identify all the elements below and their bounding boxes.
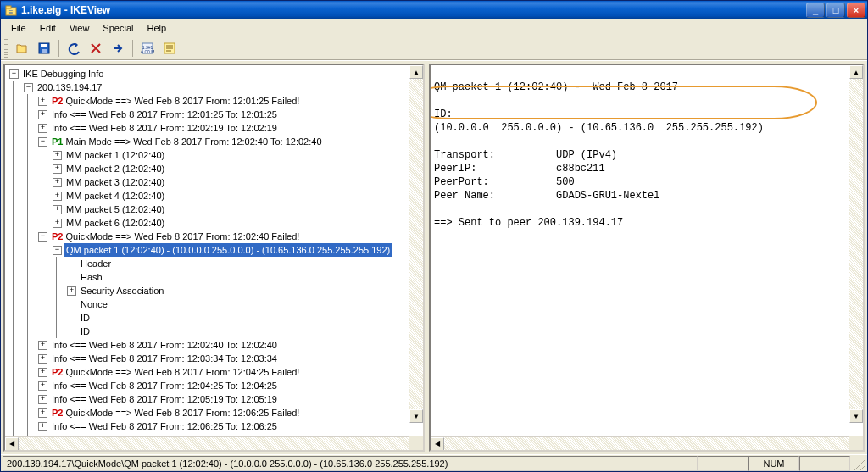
tree-node[interactable]: MM packet 3 (12:02:40) xyxy=(7,175,409,189)
detail-id-line: (10.0.0.0 255.0.0.0) - (10.65.136.0 255.… xyxy=(434,122,764,134)
detail-peerip-v: c88bc211 xyxy=(556,163,605,175)
splitter[interactable] xyxy=(425,61,426,454)
tree-node[interactable]: Info <== Wed Feb 8 2017 From: 12:01:25 T… xyxy=(7,108,409,121)
svg-rect-4 xyxy=(41,44,47,47)
tree-node[interactable]: MM packet 1 (12:02:40) xyxy=(7,148,409,162)
tree-node[interactable]: MM packet 6 (12:02:40) xyxy=(7,216,409,230)
window-title: 1.ike.elg - IKEView xyxy=(21,4,110,16)
detail-peername-k: Peer Name: xyxy=(434,190,495,202)
resize-grip[interactable] xyxy=(850,456,865,471)
tree-pane: IKE Debugging Info 200.139.194.17 P2 Qui… xyxy=(3,64,425,452)
titlebar: ≡ 1.ike.elg - IKEView _ □ × xyxy=(1,1,867,19)
tree-node[interactable]: P2 QuickMode ==> Wed Feb 8 2017 From: 12… xyxy=(7,406,409,419)
detail-peerport-k: PeerPort: xyxy=(434,176,489,188)
svg-text:A.C0.M: A.C0.M xyxy=(141,49,154,54)
tree-node[interactable]: Info <== Wed Feb 8 2017 From: 12:06:25 T… xyxy=(7,419,409,433)
svg-rect-5 xyxy=(42,49,47,53)
tree-node[interactable]: P2 QuickMode ==> Wed Feb 8 2017 From: 12… xyxy=(7,365,409,379)
tree-leaf[interactable]: Header xyxy=(7,257,409,270)
maximize-button[interactable]: □ xyxy=(826,3,845,18)
tree-node[interactable]: MM packet 2 (12:02:40) xyxy=(7,162,409,175)
detail-id-label: ID: xyxy=(434,108,453,120)
app-window: ≡ 1.ike.elg - IKEView _ □ × File Edit Vi… xyxy=(0,0,868,472)
toolbar-undo-button[interactable] xyxy=(64,39,84,58)
detail-scrollbar-h[interactable]: ◀▶ xyxy=(431,436,863,450)
toolbar-open-button[interactable] xyxy=(12,39,32,58)
detail-peerip-k: PeerIP: xyxy=(434,163,476,175)
client-area: IKE Debugging Info 200.139.194.17 P2 Qui… xyxy=(1,60,867,454)
close-button[interactable]: × xyxy=(847,3,865,18)
tree-node[interactable]: Info <== Wed Feb 8 2017 From: 12:02:40 T… xyxy=(7,338,409,352)
toolbar: 1.3#1A.C0.M xyxy=(1,36,867,60)
menu-file[interactable]: File xyxy=(4,21,33,35)
tree-node[interactable]: P1 Main Mode ==> Wed Feb 8 2017 From: 12… xyxy=(7,135,409,148)
tree-leaf[interactable]: Hash xyxy=(7,270,409,284)
status-num: NUM xyxy=(748,456,799,471)
tree-node[interactable]: Info <== Wed Feb 8 2017 From: 12:05:19 T… xyxy=(7,392,409,406)
app-icon: ≡ xyxy=(4,3,18,17)
menu-view[interactable]: View xyxy=(63,21,97,35)
tree-node[interactable]: MM packet 4 (12:02:40) xyxy=(7,189,409,203)
tree-root[interactable]: IKE Debugging Info xyxy=(7,67,409,81)
toolbar-delete-button[interactable] xyxy=(86,39,106,58)
tree-node[interactable]: P2 QuickMode ==> Wed Feb 8 2017 From: 12… xyxy=(7,230,409,243)
statusbar: 200.139.194.17\QuickMode\QM packet 1 (12… xyxy=(1,454,867,471)
detail-sent: ==> Sent to peer 200.139.194.17 xyxy=(434,217,623,229)
tree-leaf[interactable]: ID xyxy=(7,325,409,338)
tree-node[interactable]: P2 QuickMode ==> Wed Feb 8 2017 From: 12… xyxy=(7,94,409,108)
tree-node-selected[interactable]: QM packet 1 (12:02:40) - (10.0.0.0 255.0… xyxy=(7,243,409,257)
tree-scrollbar-h[interactable]: ◀▶ xyxy=(5,436,423,450)
status-blank1 xyxy=(698,456,748,471)
tree-host[interactable]: 200.139.194.17 xyxy=(7,81,409,94)
toolbar-next-button[interactable] xyxy=(108,39,128,58)
tree-leaf[interactable]: Security Association xyxy=(7,284,409,297)
menu-help[interactable]: Help xyxy=(140,21,173,35)
svg-text:≡: ≡ xyxy=(9,8,14,16)
toolbar-config-button[interactable]: 1.3#1A.C0.M xyxy=(137,39,158,58)
tree-node[interactable]: Info <== Wed Feb 8 2017 From: 12:04:25 T… xyxy=(7,379,409,392)
tree-content[interactable]: IKE Debugging Info 200.139.194.17 P2 Qui… xyxy=(5,65,423,436)
detail-scrollbar-v[interactable]: ▲▼ xyxy=(849,65,863,423)
detail-peername-v: GDADS-GRU1-Nextel xyxy=(556,190,659,202)
menu-edit[interactable]: Edit xyxy=(33,21,63,35)
menu-special[interactable]: Special xyxy=(96,21,140,35)
toolbar-grip[interactable] xyxy=(4,39,8,58)
detail-peerport-v: 500 xyxy=(556,176,575,188)
detail-transport-k: Transport: xyxy=(434,149,495,161)
tree-node[interactable]: MM packet 5 (12:02:40) xyxy=(7,203,409,216)
detail-pane: QM packet 1 (12:02:40) - Wed Feb 8 2017 … xyxy=(429,64,865,452)
minimize-button[interactable]: _ xyxy=(806,3,825,18)
tree-leaf[interactable]: ID xyxy=(7,311,409,325)
tree-node[interactable]: Info <== Wed Feb 8 2017 From: 12:02:19 T… xyxy=(7,121,409,135)
status-blank2 xyxy=(799,456,850,471)
tree-node[interactable]: Info <== Wed Feb 8 2017 From: 12:03:34 T… xyxy=(7,352,409,365)
menubar: File Edit View Special Help xyxy=(1,19,867,36)
status-path: 200.139.194.17\QuickMode\QM packet 1 (12… xyxy=(3,456,698,471)
tree-node[interactable]: Info <== Wed Feb 8 2017 From: 12:06:35 T… xyxy=(7,433,409,436)
detail-transport-v: UDP (IPv4) xyxy=(556,149,617,161)
toolbar-text-button[interactable] xyxy=(159,39,180,58)
tree-leaf[interactable]: Nonce xyxy=(7,297,409,311)
detail-content[interactable]: QM packet 1 (12:02:40) - Wed Feb 8 2017 … xyxy=(431,65,863,436)
tree-scrollbar-v[interactable]: ▲▼ xyxy=(409,65,423,423)
toolbar-save-button[interactable] xyxy=(34,39,54,58)
detail-header: QM packet 1 (12:02:40) - Wed Feb 8 2017 xyxy=(434,81,678,93)
